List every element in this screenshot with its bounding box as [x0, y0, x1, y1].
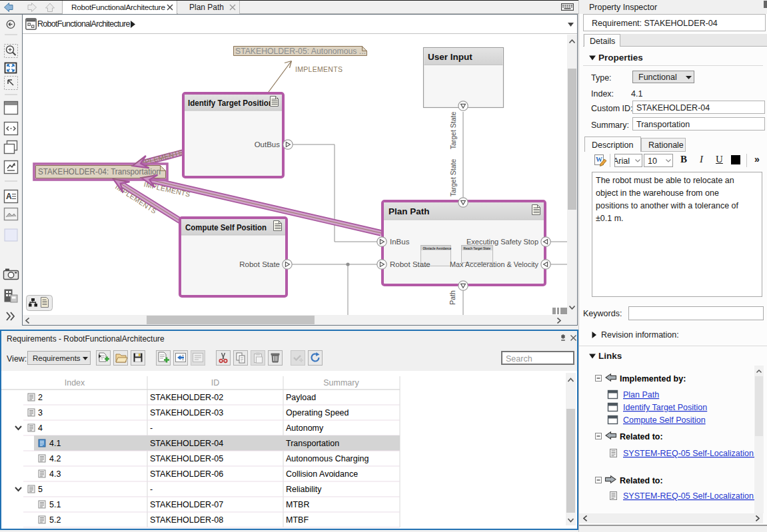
- svg-text:InBus: InBus: [390, 238, 410, 246]
- svg-text:Reach Target State: Reach Target State: [464, 247, 491, 250]
- svg-text:4: 4: [38, 423, 43, 433]
- svg-text:STAKEHOLDER-03: STAKEHOLDER-03: [150, 408, 223, 417]
- svg-text:Implemented by:: Implemented by:: [620, 374, 686, 384]
- svg-text:ID: ID: [211, 378, 220, 388]
- svg-text:5.2: 5.2: [49, 515, 61, 525]
- svg-text:Summary: Summary: [323, 378, 359, 388]
- svg-text:STAKEHOLDER-04: STAKEHOLDER-04: [150, 439, 223, 448]
- svg-text:STAKEHOLDER-02: STAKEHOLDER-02: [150, 393, 223, 402]
- svg-text:Autonomous Charging: Autonomous Charging: [286, 454, 369, 463]
- svg-text:Target State: Target State: [449, 112, 457, 150]
- svg-text:Transportation: Transportation: [286, 439, 339, 448]
- svg-text:STAKEHOLDER-07: STAKEHOLDER-07: [150, 500, 223, 509]
- svg-text:Obstacle Avoidance: Obstacle Avoidance: [423, 247, 452, 250]
- svg-text:Compute Self Position: Compute Self Position: [185, 222, 267, 232]
- svg-text:Path: Path: [448, 290, 456, 305]
- svg-text:IMPLEMENTS: IMPLEMENTS: [295, 65, 343, 73]
- svg-text:STAKEHOLDER-06: STAKEHOLDER-06: [150, 469, 223, 479]
- svg-text:Collision Avoidance: Collision Avoidance: [286, 469, 358, 479]
- svg-text:5: 5: [38, 485, 43, 494]
- svg-text:Plan Path: Plan Path: [388, 206, 430, 216]
- svg-text:W: W: [596, 156, 602, 163]
- svg-text:Related to:: Related to:: [620, 476, 663, 485]
- svg-text:MTBF: MTBF: [286, 515, 309, 525]
- svg-text:Reliability: Reliability: [286, 485, 322, 494]
- svg-text:Compute Self Position: Compute Self Position: [623, 415, 706, 425]
- svg-text:SYSTEM-REQ-05 Self-Localizatio: SYSTEM-REQ-05 Self-Localization Ac: [623, 491, 754, 501]
- svg-text:Robot State: Robot State: [239, 260, 280, 268]
- svg-text:A: A: [6, 192, 12, 201]
- svg-text:SYSTEM-REQ-05 Self-Localizatio: SYSTEM-REQ-05 Self-Localization Ac: [623, 449, 754, 458]
- svg-text:Identify Target Position: Identify Target Position: [623, 403, 707, 412]
- svg-text:MTBR: MTBR: [286, 500, 309, 509]
- svg-text:4.2: 4.2: [49, 454, 61, 463]
- svg-text:STAKEHOLDER-04: Transportation: STAKEHOLDER-04: Transportation: [38, 167, 161, 176]
- svg-text:Max Acceleration & Velocity: Max Acceleration & Velocity: [450, 260, 538, 268]
- svg-text:4.1: 4.1: [49, 439, 61, 448]
- svg-text:OutBus: OutBus: [255, 140, 281, 148]
- svg-text:-: -: [150, 485, 153, 494]
- svg-text:Index: Index: [65, 378, 85, 388]
- svg-text:2: 2: [38, 393, 43, 402]
- svg-text:User Input: User Input: [428, 52, 472, 62]
- svg-text:Identify Target Position: Identify Target Position: [188, 98, 273, 108]
- svg-text:-: -: [150, 423, 153, 433]
- svg-text:STAKEHOLDER-08: STAKEHOLDER-08: [150, 515, 223, 525]
- svg-text:3: 3: [38, 408, 43, 417]
- svg-text:Payload: Payload: [286, 393, 316, 402]
- svg-text:Robot State: Robot State: [390, 260, 430, 268]
- svg-text:5.1: 5.1: [49, 500, 61, 509]
- svg-text:STAKEHOLDER-05: Autonomous ...: STAKEHOLDER-05: Autonomous ...: [235, 47, 366, 56]
- svg-text:Target State: Target State: [449, 159, 457, 197]
- svg-text:Executing Safety Stop: Executing Safety Stop: [466, 238, 538, 246]
- svg-text:Operating Speed: Operating Speed: [286, 408, 349, 417]
- svg-text:Autonomy: Autonomy: [286, 423, 324, 433]
- svg-text:Plan Path: Plan Path: [623, 390, 659, 399]
- svg-text:STAKEHOLDER-05: STAKEHOLDER-05: [150, 454, 223, 463]
- svg-text:4.3: 4.3: [49, 469, 61, 479]
- svg-text:Related to:: Related to:: [620, 432, 663, 441]
